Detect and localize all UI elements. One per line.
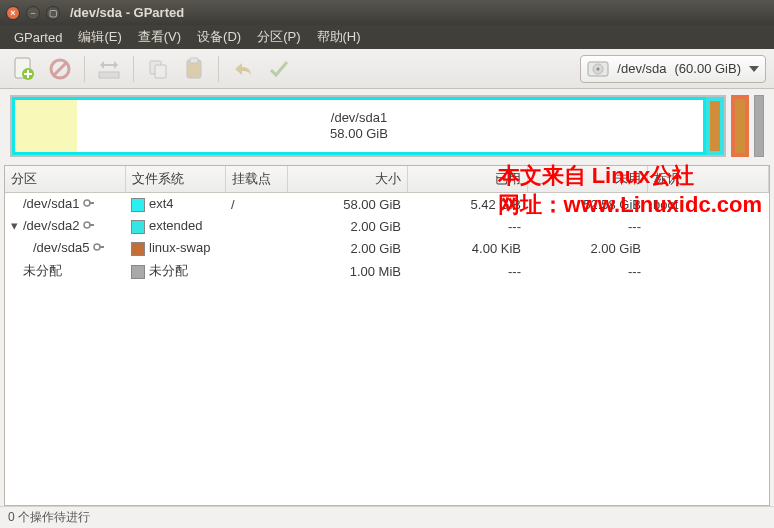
col-filesystem[interactable]: 文件系统 — [125, 166, 225, 193]
unused-cell: 2.00 GiB — [527, 237, 647, 259]
menu-gparted[interactable]: GParted — [8, 28, 68, 47]
svg-rect-15 — [89, 224, 94, 226]
unused-cell: --- — [527, 259, 647, 283]
menubar: GParted 编辑(E) 查看(V) 设备(D) 分区(P) 帮助(H) — [0, 25, 774, 49]
new-partition-button[interactable] — [8, 53, 40, 85]
fs-name: 未分配 — [149, 263, 188, 278]
undo-button[interactable] — [227, 53, 259, 85]
mount-point: / — [225, 193, 287, 216]
device-name: /dev/sda — [617, 61, 666, 76]
partition-graph-row: /dev/sda1 58.00 GiB — [0, 89, 774, 165]
svg-rect-4 — [99, 72, 119, 78]
table-row[interactable]: /dev/sda5 linux-swap2.00 GiB4.00 KiB2.00… — [5, 237, 769, 259]
col-partition[interactable]: 分区 — [5, 166, 125, 193]
table-row[interactable]: 未分配未分配1.00 MiB------ — [5, 259, 769, 283]
size-cell: 2.00 GiB — [287, 237, 407, 259]
unused-cell: --- — [527, 215, 647, 237]
document-add-icon — [13, 57, 35, 81]
partition-table: 分区 文件系统 挂载点 大小 已用 未用 标识 /dev/sda1 ext4/5… — [4, 165, 770, 506]
used-cell: --- — [407, 215, 527, 237]
partition-name: /dev/sda5 — [33, 240, 89, 255]
fs-color-swatch — [131, 198, 145, 212]
graph-part-size: 58.00 GiB — [330, 126, 388, 142]
menu-device[interactable]: 设备(D) — [191, 26, 247, 48]
col-flags[interactable]: 标识 — [647, 166, 769, 193]
resize-icon — [97, 59, 121, 79]
lock-icon — [83, 219, 97, 234]
disk-icon — [587, 59, 609, 79]
fs-name: extended — [149, 218, 203, 233]
flags-cell — [647, 215, 769, 237]
col-mount[interactable]: 挂载点 — [225, 166, 287, 193]
check-icon — [268, 58, 290, 80]
fs-color-swatch — [131, 220, 145, 234]
statusbar: 0 个操作待进行 — [0, 506, 774, 528]
fs-name: ext4 — [149, 196, 174, 211]
graph-part-name: /dev/sda1 — [330, 110, 388, 126]
partition-name: /dev/sda1 — [23, 196, 79, 211]
window-maximize-button[interactable]: ▢ — [46, 6, 60, 20]
table-row[interactable]: /dev/sda1 ext4/58.00 GiB5.42 GiB52.58 Gi… — [5, 193, 769, 216]
window-minimize-button[interactable]: – — [26, 6, 40, 20]
device-size: (60.00 GiB) — [675, 61, 741, 76]
window-close-button[interactable]: × — [6, 6, 20, 20]
chevron-down-icon — [749, 66, 759, 72]
mount-point — [225, 259, 287, 283]
menu-view[interactable]: 查看(V) — [132, 26, 187, 48]
size-cell: 1.00 MiB — [287, 259, 407, 283]
svg-rect-6 — [155, 65, 166, 78]
window-title: /dev/sda - GParted — [70, 5, 184, 20]
forbidden-icon — [49, 58, 71, 80]
col-unused[interactable]: 未用 — [527, 166, 647, 193]
copy-button[interactable] — [142, 53, 174, 85]
table-row[interactable]: ▾/dev/sda2 extended2.00 GiB------ — [5, 215, 769, 237]
graph-sda2-extended[interactable] — [706, 97, 724, 155]
svg-rect-17 — [99, 246, 104, 248]
fs-name: linux-swap — [149, 240, 210, 255]
size-cell: 2.00 GiB — [287, 215, 407, 237]
copy-icon — [147, 58, 169, 80]
partition-name: 未分配 — [23, 263, 62, 278]
col-size[interactable]: 大小 — [287, 166, 407, 193]
fs-color-swatch — [131, 242, 145, 256]
svg-rect-13 — [89, 202, 94, 204]
device-selector[interactable]: /dev/sda (60.00 GiB) — [580, 55, 766, 83]
partition-name: /dev/sda2 — [23, 218, 79, 233]
partition-graph[interactable]: /dev/sda1 58.00 GiB — [10, 95, 726, 157]
fs-color-swatch — [131, 265, 145, 279]
col-used[interactable]: 已用 — [407, 166, 527, 193]
window-titlebar: × – ▢ /dev/sda - GParted — [0, 0, 774, 25]
used-cell: 4.00 KiB — [407, 237, 527, 259]
lock-icon — [93, 241, 107, 256]
delete-button[interactable] — [44, 53, 76, 85]
undo-icon — [232, 59, 254, 79]
used-cell: 5.42 GiB — [407, 193, 527, 216]
graph-swap-highlight[interactable] — [731, 95, 749, 157]
paste-button[interactable] — [178, 53, 210, 85]
paste-icon — [184, 57, 204, 81]
mount-point — [225, 215, 287, 237]
unused-cell: 52.58 GiB — [527, 193, 647, 216]
toolbar: /dev/sda (60.00 GiB) — [0, 49, 774, 89]
mount-point — [225, 237, 287, 259]
resize-button[interactable] — [93, 53, 125, 85]
svg-point-11 — [597, 67, 600, 70]
table-header-row: 分区 文件系统 挂载点 大小 已用 未用 标识 — [5, 166, 769, 193]
lock-icon — [83, 197, 97, 212]
flags-cell — [647, 259, 769, 283]
apply-button[interactable] — [263, 53, 295, 85]
status-text: 0 个操作待进行 — [8, 509, 90, 526]
graph-unallocated[interactable] — [754, 95, 764, 157]
graph-sda1[interactable]: /dev/sda1 58.00 GiB — [12, 97, 706, 155]
flags-cell: boot — [647, 193, 769, 216]
size-cell: 58.00 GiB — [287, 193, 407, 216]
flags-cell — [647, 237, 769, 259]
svg-line-3 — [54, 63, 66, 75]
svg-rect-8 — [190, 58, 198, 63]
menu-edit[interactable]: 编辑(E) — [72, 26, 127, 48]
menu-partition[interactable]: 分区(P) — [251, 26, 306, 48]
used-cell: --- — [407, 259, 527, 283]
menu-help[interactable]: 帮助(H) — [311, 26, 367, 48]
